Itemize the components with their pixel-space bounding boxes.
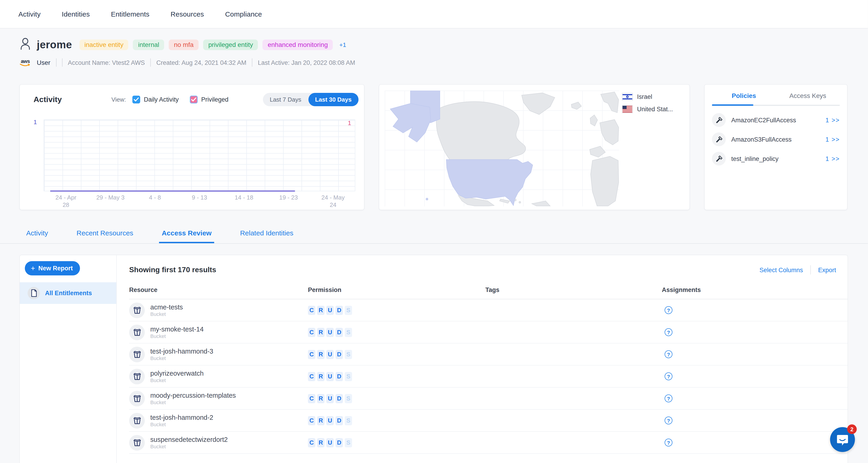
table-row[interactable]: test-josh-hammond-3BucketCRUDS? bbox=[129, 343, 848, 366]
table-header-row: ResourcePermissionTagsAssignments bbox=[129, 286, 848, 299]
permission-chip-s: S bbox=[345, 438, 352, 447]
nav-item-activity[interactable]: Activity bbox=[19, 10, 41, 18]
more-tags-link[interactable]: +1 bbox=[339, 41, 346, 48]
assignments-cell: ? bbox=[662, 372, 848, 380]
resource-texts: test-josh-hammond-2Bucket bbox=[150, 414, 213, 427]
question-icon[interactable]: ? bbox=[664, 372, 673, 380]
policy-count-link[interactable]: 1 >> bbox=[826, 155, 840, 162]
entity-tag: internal bbox=[133, 39, 164, 50]
policies-tab-access-keys[interactable]: Access Keys bbox=[776, 92, 840, 105]
new-report-button[interactable]: + New Report bbox=[25, 261, 80, 275]
permission-chip-c: C bbox=[308, 328, 315, 337]
policy-item[interactable]: AmazonS3FullAccess1 >> bbox=[712, 130, 840, 149]
nav-item-compliance[interactable]: Compliance bbox=[225, 10, 262, 18]
resource-texts: my-smoke-test-14Bucket bbox=[150, 326, 204, 339]
us-flag-icon bbox=[622, 105, 633, 113]
question-icon[interactable]: ? bbox=[664, 395, 673, 402]
assignments-cell: ? bbox=[662, 350, 848, 358]
table-row[interactable]: my-smoke-test-14BucketCRUDS? bbox=[129, 321, 848, 343]
permission-chip-r: R bbox=[317, 328, 324, 337]
nav-item-resources[interactable]: Resources bbox=[170, 10, 204, 18]
entity-meta-row: aws User Account Name: Vtest2 AWSCreated… bbox=[19, 58, 868, 68]
map-legend: IsraelUnited Stat... bbox=[622, 93, 673, 113]
tab-recent-resources[interactable]: Recent Resources bbox=[76, 229, 133, 243]
resource-texts: test-josh-hammond-3Bucket bbox=[150, 348, 213, 361]
entity-meta-items: Account Name: Vtest2 AWSCreated: Aug 24,… bbox=[62, 58, 355, 67]
nav-item-entitlements[interactable]: Entitlements bbox=[111, 10, 150, 18]
table-row[interactable]: moody-percussion-templatesBucketCRUDS? bbox=[129, 388, 848, 410]
policy-item[interactable]: AmazonEC2FullAccess1 >> bbox=[712, 110, 840, 130]
resource-texts: suspensedetectwizerdort2Bucket bbox=[150, 436, 228, 449]
permission-cell: CRUDS bbox=[308, 372, 485, 381]
entity-header: jerome inactive entityinternalno mfapriv… bbox=[0, 29, 868, 68]
report-item-all-entitlements[interactable]: All Entitlements bbox=[20, 282, 116, 304]
meta-item: Last Active: Jan 20, 2022 08:08 AM bbox=[258, 59, 355, 66]
permission-chip-d: D bbox=[336, 328, 343, 337]
permission-chip-s: S bbox=[345, 394, 352, 403]
table-row[interactable]: test-josh-hammond-2BucketCRUDS? bbox=[129, 410, 848, 432]
resource-cell: test-josh-hammond-2Bucket bbox=[129, 413, 308, 428]
permission-chip-d: D bbox=[336, 416, 343, 425]
select-columns-link[interactable]: Select Columns bbox=[760, 267, 803, 273]
resource-name: polyrizeoverwatch bbox=[150, 370, 204, 377]
question-icon[interactable]: ? bbox=[664, 328, 673, 336]
tab-activity[interactable]: Activity bbox=[26, 229, 48, 243]
question-icon[interactable]: ? bbox=[664, 416, 673, 424]
tab-related-identities[interactable]: Related Identities bbox=[240, 229, 293, 243]
assignments-cell: ? bbox=[662, 328, 848, 336]
column-header-resource: Resource bbox=[129, 286, 308, 294]
policy-name: AmazonS3FullAccess bbox=[731, 136, 820, 143]
resource-type: Bucket bbox=[150, 377, 204, 383]
table-row[interactable]: acme-testsBucketCRUDS? bbox=[129, 299, 848, 321]
meta-item: Account Name: Vtest2 AWS bbox=[68, 59, 145, 66]
table-body: acme-testsBucketCRUDS?my-smoke-test-14Bu… bbox=[129, 299, 848, 454]
results-actions: Select ColumnsExport bbox=[760, 265, 836, 275]
permission-cell: CRUDS bbox=[308, 416, 485, 425]
report-document-icon bbox=[28, 287, 40, 299]
entity-tag: privileged entity bbox=[203, 39, 258, 50]
export-link[interactable]: Export bbox=[818, 267, 836, 273]
assignments-cell: ? bbox=[662, 395, 848, 402]
entity-tag: inactive entity bbox=[79, 39, 128, 50]
results-table: ResourcePermissionTagsAssignments acme-t… bbox=[129, 286, 848, 454]
permission-chip-u: U bbox=[326, 350, 334, 359]
policies-tab-policies[interactable]: Policies bbox=[712, 92, 776, 105]
column-header-permission: Permission bbox=[308, 286, 485, 294]
x-axis-tick: 19 - 23 bbox=[266, 194, 311, 209]
results-header: Showing first 170 results Select Columns… bbox=[129, 265, 848, 275]
chart-grid bbox=[44, 120, 355, 191]
nav-item-identities[interactable]: Identities bbox=[62, 10, 90, 18]
resource-type: Bucket bbox=[150, 422, 213, 427]
bucket-icon bbox=[129, 413, 145, 428]
resource-cell: suspensedetectwizerdort2Bucket bbox=[129, 435, 308, 450]
question-icon[interactable]: ? bbox=[664, 306, 673, 314]
chat-unread-badge: 2 bbox=[847, 424, 857, 434]
table-row[interactable]: suspensedetectwizerdort2BucketCRUDS? bbox=[129, 432, 848, 454]
resource-name: moody-percussion-templates bbox=[150, 392, 236, 399]
policies-tab-underline bbox=[712, 105, 840, 106]
permission-cell: CRUDS bbox=[308, 394, 485, 403]
daily-activity-series-line bbox=[50, 190, 295, 192]
world-map bbox=[385, 91, 619, 207]
policy-count-link[interactable]: 1 >> bbox=[826, 136, 840, 143]
israel-flag-icon bbox=[622, 93, 633, 101]
x-axis-tick: 24 - May24 bbox=[311, 194, 355, 209]
meta-item: Created: Aug 24, 2021 04:32 AM bbox=[156, 59, 246, 66]
table-row[interactable]: polyrizeoverwatchBucketCRUDS? bbox=[129, 366, 848, 388]
question-icon[interactable]: ? bbox=[664, 439, 673, 446]
policy-count-link[interactable]: 1 >> bbox=[826, 117, 840, 123]
bucket-icon bbox=[129, 435, 145, 450]
section-tabs-border bbox=[0, 243, 868, 244]
resource-texts: acme-testsBucket bbox=[150, 304, 183, 317]
tab-access-review[interactable]: Access Review bbox=[162, 229, 212, 243]
policy-item[interactable]: test_inline_policy1 >> bbox=[712, 149, 840, 168]
nav-items: ActivityIdentitiesEntitlementsResourcesC… bbox=[19, 10, 262, 18]
resource-name: my-smoke-test-14 bbox=[150, 326, 204, 333]
policy-name: test_inline_policy bbox=[731, 155, 820, 162]
question-icon[interactable]: ? bbox=[664, 350, 673, 358]
report-item-label: All Entitlements bbox=[45, 290, 92, 297]
bucket-icon bbox=[129, 325, 145, 340]
permission-chip-s: S bbox=[345, 328, 352, 337]
meta-separator bbox=[150, 58, 151, 67]
permission-chip-u: U bbox=[326, 416, 334, 425]
